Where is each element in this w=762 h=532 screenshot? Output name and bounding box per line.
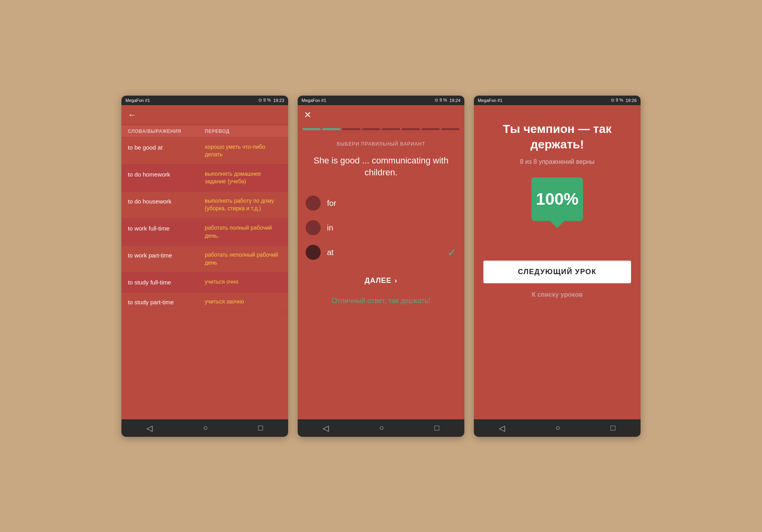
- progress-seg-2: [342, 128, 360, 130]
- nav-bar-3: ◁ ○ □: [474, 419, 641, 437]
- translation-6: учиться заочно: [205, 298, 282, 306]
- word-4: to work part-time: [128, 251, 205, 259]
- lesson-list-link[interactable]: К списку уроков: [532, 291, 583, 298]
- badge-container: 100%: [531, 177, 583, 221]
- battery-3: ⊙ 9 %: [611, 98, 623, 103]
- answer-option-0[interactable]: for: [306, 196, 456, 211]
- word-5: to study full-time: [128, 278, 205, 286]
- vocab-row-3[interactable]: to work full-time работать полный рабочи…: [121, 219, 288, 246]
- badge-shape: 100%: [531, 177, 583, 221]
- translation-3: работать полный рабочий день,: [205, 224, 282, 240]
- carrier-2: MegaFon #1: [302, 98, 326, 103]
- status-right-1: ⊙ 9 % 19:23: [258, 98, 284, 103]
- translation-0: хорошо уметь что-либо делать: [205, 143, 282, 159]
- battery-1: ⊙ 9 %: [258, 98, 271, 103]
- status-bar-2: MegaFon #1 ⊙ 9 % 19:24: [298, 96, 464, 105]
- phone-screen-2: MegaFon #1 ⊙ 9 % 19:24 ✕ ВЫБЕРИ ПРАВИЛЬН…: [298, 96, 464, 437]
- word-2: to do housework: [128, 197, 205, 206]
- progress-seg-3: [362, 128, 380, 130]
- status-bar-3: MegaFon #1 ⊙ 9 % 19:26: [474, 96, 641, 105]
- nav-bar-1: ◁ ○ □: [121, 419, 288, 437]
- back-arrow-icon[interactable]: ←: [128, 110, 137, 120]
- answer-text-1: in: [327, 223, 456, 232]
- translation-5: учиться очно: [205, 278, 282, 286]
- vocab-row-2[interactable]: to do housework выполнять работу по дому…: [121, 192, 288, 219]
- radio-inner-2: [310, 249, 316, 255]
- nav-home-1[interactable]: ○: [203, 423, 208, 432]
- col-translation-label: ПЕРЕВОД: [205, 129, 282, 134]
- phone-screen-3: MegaFon #1 ⊙ 9 % 19:26 Ты чемпион — так …: [474, 96, 641, 437]
- nav-recent-2[interactable]: □: [434, 423, 439, 432]
- col-word-label: СЛОВА/ВЫРАЖЕНИЯ: [128, 129, 205, 134]
- vocab-row-0[interactable]: to be good at хорошо уметь что-либо дела…: [121, 138, 288, 165]
- vocab-row-5[interactable]: to study full-time учиться очно: [121, 273, 288, 292]
- quiz-question: She is good ... communicating with child…: [310, 155, 452, 179]
- translation-1: выполнять домашнее задание (учеба): [205, 170, 282, 186]
- nav-home-2[interactable]: ○: [379, 423, 384, 432]
- screen3-content: Ты чемпион — так держать! 8 из 8 упражне…: [474, 105, 641, 419]
- phone-screen-1: MegaFon #1 ⊙ 9 % 19:23 ← СЛОВА/ВЫРАЖЕНИЯ…: [121, 96, 288, 437]
- translation-2: выполнять работу по дому (уборка, стирка…: [205, 197, 282, 213]
- quiz-instruction: ВЫБЕРИ ПРАВИЛЬНЫЙ ВАРИАНТ: [304, 141, 458, 147]
- screen2-header: ✕: [298, 105, 464, 125]
- word-3: to work full-time: [128, 224, 205, 232]
- answer-text-0: for: [327, 199, 456, 208]
- translation-4: работать неполный рабочий день: [205, 251, 282, 267]
- nav-back-1[interactable]: ◁: [146, 423, 152, 433]
- nav-back-2[interactable]: ◁: [323, 423, 329, 433]
- progress-seg-7: [441, 128, 460, 130]
- word-6: to study part-time: [128, 298, 205, 306]
- time-3: 19:26: [625, 98, 637, 103]
- status-right-2: ⊙ 9 % 19:24: [435, 98, 460, 103]
- progress-seg-6: [421, 128, 440, 130]
- next-lesson-wrapper: СЛЕДУЮЩИЙ УРОК: [483, 253, 631, 283]
- close-icon[interactable]: ✕: [304, 110, 311, 120]
- vocab-list: to be good at хорошо уметь что-либо дела…: [121, 138, 288, 419]
- time-1: 19:23: [273, 98, 284, 103]
- answer-text-2: at: [327, 248, 441, 257]
- radio-1: [306, 220, 321, 235]
- next-lesson-button[interactable]: СЛЕДУЮЩИЙ УРОК: [483, 261, 631, 283]
- progress-seg-5: [402, 128, 420, 130]
- next-arrow-icon: ›: [394, 277, 397, 285]
- progress-seg-1: [322, 128, 341, 130]
- correct-message: Отличный ответ, так держать!: [304, 297, 458, 305]
- nav-home-3[interactable]: ○: [555, 423, 560, 432]
- status-right-3: ⊙ 9 % 19:26: [611, 98, 637, 103]
- nav-bar-2: ◁ ○ □: [298, 419, 464, 437]
- nav-recent-1[interactable]: □: [258, 423, 263, 432]
- answer-option-2[interactable]: at ✓: [306, 245, 456, 260]
- carrier-3: MegaFon #1: [478, 98, 502, 103]
- vocab-row-6[interactable]: to study part-time учиться заочно: [121, 292, 288, 312]
- next-label: ДАЛЕЕ: [365, 277, 392, 285]
- champion-title: Ты чемпион — так держать!: [483, 121, 631, 152]
- time-2: 19:24: [449, 98, 460, 103]
- vocab-row-1[interactable]: to do homework выполнять домашнее задани…: [121, 165, 288, 192]
- battery-2: ⊙ 9 %: [435, 98, 447, 103]
- screen1-header: ←: [121, 105, 288, 125]
- answer-option-1[interactable]: in: [306, 220, 456, 235]
- progress-seg-0: [302, 128, 321, 130]
- word-1: to do homework: [128, 170, 205, 179]
- checkmark-icon: ✓: [447, 246, 456, 259]
- progress-seg-4: [382, 128, 400, 130]
- vocab-table-header: СЛОВА/ВЫРАЖЕНИЯ ПЕРЕВОД: [121, 125, 288, 138]
- radio-2: [306, 245, 321, 260]
- carrier-1: MegaFon #1: [125, 98, 150, 103]
- word-0: to be good at: [128, 143, 205, 152]
- status-bar-1: MegaFon #1 ⊙ 9 % 19:23: [121, 96, 288, 105]
- nav-recent-3[interactable]: □: [610, 423, 615, 432]
- badge-percent: 100%: [536, 190, 578, 209]
- vocab-row-4[interactable]: to work part-time работать неполный рабо…: [121, 246, 288, 273]
- progress-bar: [298, 125, 464, 133]
- score-text: 8 из 8 упражнений верны: [520, 158, 595, 165]
- next-button[interactable]: ДАЛЕЕ ›: [365, 277, 398, 285]
- nav-back-3[interactable]: ◁: [499, 423, 505, 433]
- radio-0: [306, 196, 321, 211]
